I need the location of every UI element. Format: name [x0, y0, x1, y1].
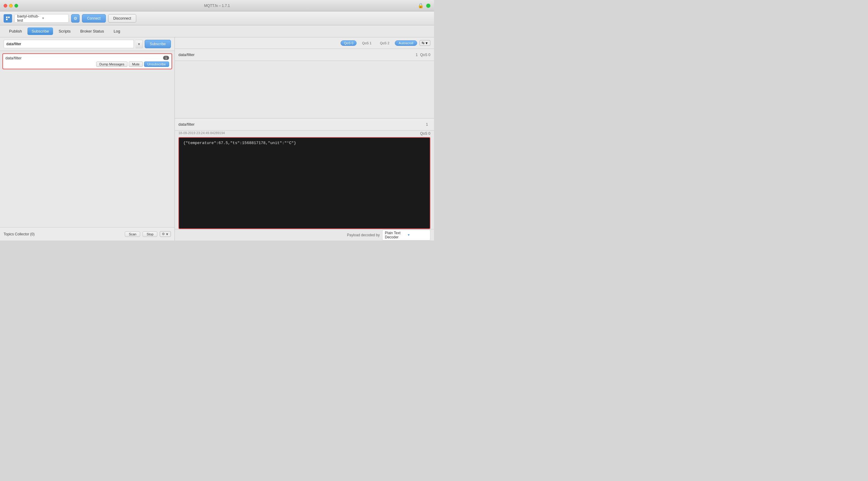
message-header-top: data/filter 1 QoS 0 — [175, 49, 434, 61]
message-topic-top: data/filter — [179, 53, 415, 57]
message-count-top: 1 — [415, 53, 418, 57]
settings-button[interactable]: ⚙ — [71, 14, 80, 23]
left-panel: ▼ Subscribe data/filter 1 Dump Messages … — [0, 37, 175, 241]
right-top: data/filter 1 QoS 0 — [175, 49, 434, 118]
stop-button[interactable]: Stop — [143, 231, 157, 237]
right-panel: QoS 0 QoS 1 QoS 2 Autoscroll ⇆ ▼ data/fi… — [175, 37, 434, 241]
window-title: MQTT.fx – 1.7.1 — [204, 4, 230, 8]
profile-name: baetyl-iothub-test — [17, 14, 41, 23]
unsubscribe-button[interactable]: Unsubscribe — [144, 62, 169, 67]
minimize-button[interactable] — [9, 4, 13, 7]
message-qos-bottom: QoS 0 — [420, 131, 430, 136]
connect-button[interactable]: Connect — [82, 14, 106, 23]
decoder-dropdown-arrow: ▼ — [407, 233, 428, 236]
decoder-selector[interactable]: Plain Text Decoder ▼ — [382, 230, 430, 241]
disconnect-button[interactable]: Disconnect — [108, 14, 136, 23]
qos-bar: QoS 0 QoS 1 QoS 2 Autoscroll ⇆ ▼ — [175, 37, 434, 49]
message-qos-top: QoS 0 — [420, 53, 430, 57]
format-arrow: ▼ — [425, 41, 428, 45]
message-header-bottom: data/filter 1 — [175, 119, 434, 130]
topic-input[interactable] — [4, 40, 134, 48]
tab-bar: Publish Subscribe Scripts Broker Status … — [0, 25, 434, 37]
message-count-bottom: 1 — [426, 122, 428, 127]
format-button[interactable]: ⇆ ▼ — [420, 40, 430, 46]
right-bottom: data/filter 1 18-09-2019 23:24:49.842891… — [175, 119, 434, 241]
scan-button[interactable]: Scan — [125, 231, 140, 237]
window-controls — [4, 4, 18, 7]
qos0-button[interactable]: QoS 0 — [341, 40, 356, 46]
titlebar: MQTT.fx – 1.7.1 🔒 — [0, 0, 434, 11]
subscription-topic: data/filter — [5, 56, 169, 60]
maximize-button[interactable] — [14, 4, 18, 7]
message-payload: {"temperature":67.5,"ts":1568817178,"uni… — [179, 137, 430, 229]
topics-collector-label: Topics Collector (0) — [4, 232, 122, 236]
collector-settings-button[interactable]: ⚙▼ — [160, 231, 171, 237]
mute-button[interactable]: Mute — [129, 62, 143, 67]
subscribe-bar: ▼ Subscribe — [0, 37, 175, 51]
tab-publish[interactable]: Publish — [5, 27, 26, 35]
subscribe-button[interactable]: Subscribe — [145, 40, 171, 48]
qos1-label[interactable]: QoS 1 — [359, 41, 374, 45]
message-topic-bottom: data/filter — [179, 122, 426, 127]
subscription-actions: Dump Messages Mute Unsubscribe — [5, 62, 169, 67]
tab-scripts[interactable]: Scripts — [54, 27, 75, 35]
svg-rect-2 — [6, 19, 7, 20]
subscription-item: data/filter 1 Dump Messages Mute Unsubsc… — [2, 53, 172, 69]
autoscroll-button[interactable]: Autoscroll — [395, 40, 417, 46]
decoder-bar: Payload decoded by Plain Text Decoder ▼ — [175, 229, 434, 241]
lock-icon: 🔒 — [418, 3, 424, 8]
collector-settings-arrow: ▼ — [165, 232, 169, 236]
topic-dropdown-button[interactable]: ▼ — [135, 40, 143, 48]
topics-collector: Topics Collector (0) Scan Stop ⚙▼ — [0, 227, 175, 241]
toolbar: baetyl-iothub-test ▼ ⚙ Connect Disconnec… — [0, 11, 434, 25]
decoder-value: Plain Text Decoder — [385, 231, 405, 239]
subscription-list: data/filter 1 Dump Messages Mute Unsubsc… — [0, 51, 175, 227]
titlebar-right: 🔒 — [418, 3, 430, 8]
tab-broker-status[interactable]: Broker Status — [76, 27, 108, 35]
close-button[interactable] — [4, 4, 7, 7]
format-icon: ⇆ — [422, 41, 424, 45]
message-timestamp: 18-09-2019 23:24:49.84289194 — [179, 131, 225, 135]
decoder-label: Payload decoded by — [347, 233, 380, 237]
qos2-label[interactable]: QoS 2 — [377, 41, 393, 45]
profile-selector[interactable]: baetyl-iothub-test ▼ — [14, 14, 69, 23]
connection-status-dot — [426, 4, 430, 8]
dump-messages-button[interactable]: Dump Messages — [96, 62, 128, 67]
svg-rect-0 — [6, 17, 7, 18]
svg-rect-1 — [8, 17, 10, 18]
profile-dropdown-arrow: ▼ — [41, 17, 66, 20]
main-content: ▼ Subscribe data/filter 1 Dump Messages … — [0, 37, 434, 241]
subscription-badge: 1 — [163, 56, 169, 60]
profile-icon — [4, 14, 12, 23]
tab-log[interactable]: Log — [110, 27, 124, 35]
tab-subscribe[interactable]: Subscribe — [27, 27, 53, 35]
message-meta-row: 18-09-2019 23:24:49.84289194 QoS 0 — [175, 130, 434, 137]
